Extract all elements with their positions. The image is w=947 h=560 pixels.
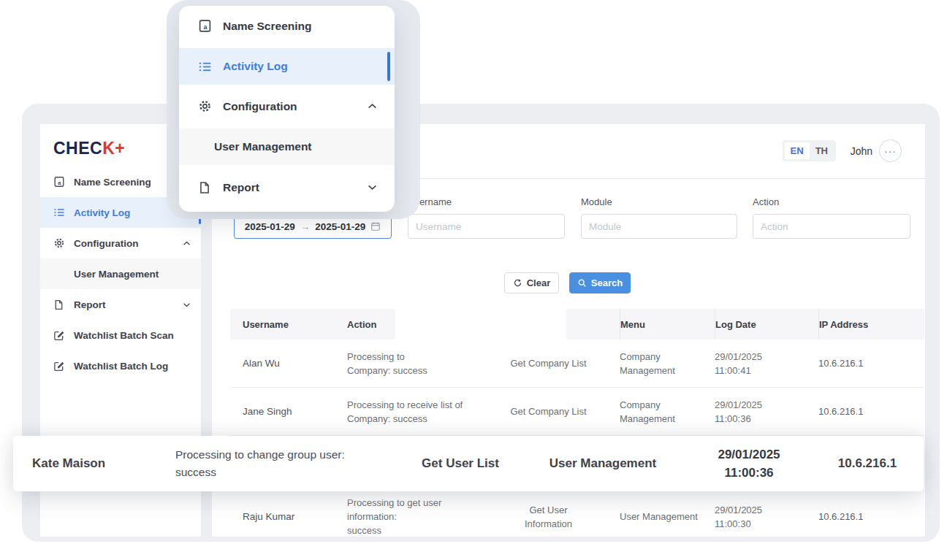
sidebar-item-user-management[interactable]: User Management [40,258,201,289]
overlay-item-report[interactable]: Report [179,167,395,207]
sidebar-item-report[interactable]: Report [40,289,201,320]
edit-square-icon [53,329,65,341]
activity-log-icon [53,207,65,218]
sidebar-item-label: Watchlist Batch Log [74,361,168,372]
language-option-th[interactable]: TH [810,142,834,159]
svg-text:a: a [58,180,61,186]
header-highlight-gap [395,309,566,340]
refresh-icon [513,278,522,288]
cell-menu: User Management [620,510,715,523]
column-header-log-date: Log Date [715,309,818,340]
overlay-item-name-screening[interactable]: a Name Screening [179,6,395,46]
chevron-up-icon [183,241,191,246]
sidebar-item-watchlist-batch-scan[interactable]: Watchlist Batch Scan [40,320,201,350]
overlay-sidebar-menu: a Name Screening Activity Log Configurat… [179,6,395,212]
table-row[interactable]: Alan Wu Processing to Company: success G… [230,340,924,388]
column-header-menu: Menu [620,309,715,340]
language-option-en[interactable]: EN [785,142,810,159]
language-toggle: EN TH [783,140,836,161]
report-icon [198,180,212,194]
ellipsis-icon: ··· [884,145,897,157]
logo-text-primary: CHEC [53,139,102,158]
gear-icon [53,237,65,249]
cell-username: Jane Singh [230,404,335,418]
overlay-item-configuration[interactable]: Configuration [179,86,395,126]
date-range-arrow: → [300,221,311,232]
user-name: John [851,145,872,157]
overlay-item-label: Name Screening [223,20,311,33]
sidebar-item-label: Name Screening [74,177,151,188]
cell-log-date: 29/01/2025 11:00:36 [715,398,818,426]
module-filter-label: Module [581,196,612,207]
cell-log-date: 29/01/2025 11:00:36 [687,445,811,482]
overlay-item-label: Report [223,181,259,194]
activity-log-table: Username Action Menu Log Date IP Address… [230,309,924,537]
sidebar-item-configuration[interactable]: Configuration [40,228,201,258]
highlighted-log-row[interactable]: Kate Maison Processing to change group u… [13,436,924,491]
gear-icon [198,99,212,113]
cell-log-date: 29/01/2025 11:00:30 [715,503,818,531]
cell-ip-address: 10.6.216.1 [818,510,924,523]
overlay-item-label: User Management [214,140,312,153]
chevron-down-icon [368,184,377,191]
cell-username: Alan Wu [230,356,335,370]
overlay-item-activity-log[interactable]: Activity Log [179,48,395,85]
table-header-row: Username Action Menu Log Date IP Address [230,309,924,340]
date-end-value: 2025-01-29 [315,221,365,232]
search-button-label: Search [591,277,623,288]
chevron-down-icon [183,302,191,307]
sidebar-item-label: User Management [74,269,159,280]
cell-menu: Company Management [620,350,715,377]
clear-button-label: Clear [527,277,551,288]
table-row[interactable]: Raju Kumar Processing to get user inform… [230,493,924,537]
name-screening-icon: a [53,176,65,188]
sidebar-item-label: Report [74,299,106,310]
cell-ip-address: 10.6.216.1 [818,404,924,418]
module-filter-input[interactable] [581,214,737,239]
cell-ip-address: 10.6.216.1 [818,356,924,370]
username-filter-input[interactable] [408,214,565,239]
cell-function: Get User List [402,456,519,471]
overlay-item-label: Activity Log [223,60,288,73]
logo-text-accent: K+ [102,139,125,158]
column-header-ip-address: IP Address [818,309,924,340]
clear-button[interactable]: Clear [504,272,559,294]
cell-username: Raju Kumar [230,510,335,523]
sidebar-item-label: Configuration [74,238,138,249]
cell-menu: Company Management [620,398,715,426]
sidebar-item-label: Activity Log [74,207,130,218]
table-row[interactable]: Jane Singh Processing to receive list of… [230,388,924,436]
search-button[interactable]: Search [569,272,631,294]
cell-function: Get Company List [477,356,620,370]
screenshot-stage: CHECK+ a Name Screening Activity Log Con… [0,0,947,560]
calendar-icon [370,221,381,231]
cell-action: Processing to receive list of Company: s… [335,398,477,426]
search-icon [577,278,587,288]
cell-menu: User Management [519,456,687,471]
filter-buttons: Clear Search [212,272,925,294]
action-filter-input[interactable] [753,214,910,239]
cell-username: Kate Maison [13,456,175,471]
user-menu-button[interactable]: ··· [879,139,902,162]
sidebar-item-label: Watchlist Batch Scan [74,330,174,341]
cell-log-date: 29/01/2025 11:00:41 [715,350,818,377]
cell-ip-address: 10.6.216.1 [811,456,924,471]
cell-action: Processing to Company: success [335,350,477,377]
name-screening-icon: a [198,19,212,33]
cell-function: Get Company List [477,404,620,418]
chevron-up-icon [368,103,377,110]
sidebar-item-watchlist-batch-log[interactable]: Watchlist Batch Log [40,350,201,381]
overlay-item-user-management[interactable]: User Management [179,129,395,165]
column-header-username: Username [230,309,335,340]
svg-text:a: a [203,23,207,31]
cell-action: Processing to change group user: success [175,446,402,481]
edit-square-icon [53,360,65,372]
cell-action: Processing to get user information: succ… [335,496,477,537]
action-filter-label: Action [753,196,779,207]
report-icon [53,299,65,310]
overlay-item-label: Configuration [223,100,297,113]
activity-log-icon [198,60,212,74]
date-start-value: 2025-01-29 [245,221,295,232]
cell-function: Get User Information [477,503,620,531]
